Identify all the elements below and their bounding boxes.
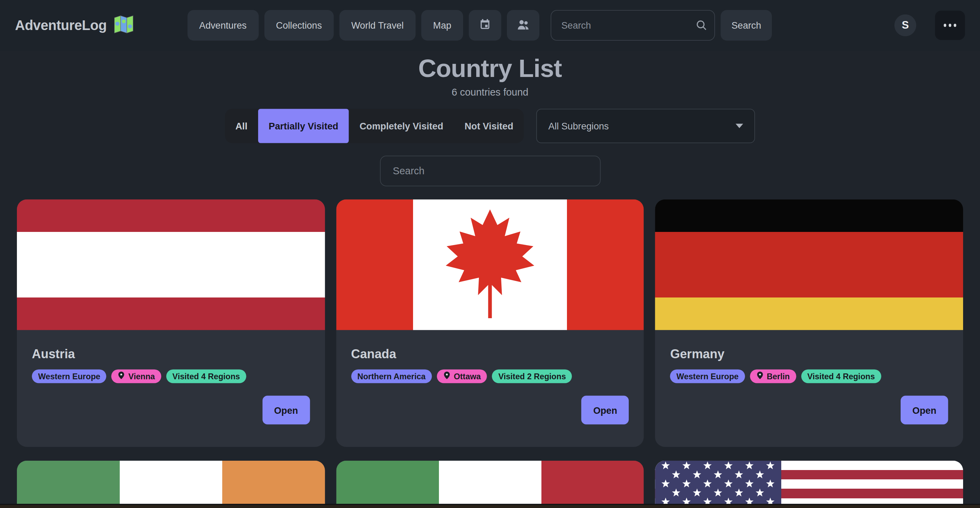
- usa-canton: [655, 461, 781, 508]
- flag-austria: [17, 199, 325, 330]
- country-card-austria: Austria Western Europe Vienna Visited 4 …: [17, 199, 325, 447]
- calendar-icon: [478, 18, 492, 33]
- country-grid: Austria Western Europe Vienna Visited 4 …: [0, 199, 980, 447]
- avatar[interactable]: S: [894, 14, 916, 36]
- navbar: AdventureLog Adventures Collections Worl…: [0, 0, 980, 51]
- country-name: Austria: [32, 347, 310, 361]
- subregion-select-value: All Subregions: [548, 121, 609, 132]
- filter-bar: All Partially Visited Completely Visited…: [0, 109, 980, 143]
- app-window: AdventureLog Adventures Collections Worl…: [0, 0, 980, 508]
- country-search-row: [0, 156, 980, 186]
- flag-ireland: [17, 461, 325, 508]
- nav-item-world-travel[interactable]: World Travel: [339, 10, 415, 41]
- brand[interactable]: AdventureLog: [15, 15, 134, 36]
- page-header: Country List 6 countries found: [0, 54, 980, 98]
- country-card-canada: Canada Northern America Ottawa Visited 2…: [336, 199, 644, 447]
- chevron-down-icon: [736, 124, 743, 128]
- capital-badge: Berlin: [750, 369, 796, 383]
- country-card-germany: Germany Western Europe Berlin Visited 4 …: [655, 199, 963, 447]
- pin-icon: [443, 371, 451, 381]
- country-name: Canada: [351, 347, 629, 361]
- calendar-button[interactable]: [469, 10, 501, 41]
- capital-badge: Vienna: [111, 369, 161, 383]
- visited-badge: Visited 2 Regions: [492, 369, 572, 383]
- country-card-italy: [336, 461, 644, 508]
- flag-usa: [655, 461, 963, 508]
- open-button[interactable]: Open: [900, 396, 948, 425]
- maple-leaf-icon: [444, 207, 536, 322]
- nav-item-collections[interactable]: Collections: [264, 10, 334, 41]
- more-options-button[interactable]: [935, 11, 965, 40]
- open-button[interactable]: Open: [581, 396, 629, 425]
- nav-search-input[interactable]: [551, 10, 715, 41]
- nav-search-wrap: [551, 10, 715, 41]
- tab-partially-visited[interactable]: Partially Visited: [258, 109, 349, 143]
- visited-badge: Visited 4 Regions: [801, 369, 881, 383]
- visited-filter-tabs: All Partially Visited Completely Visited…: [224, 109, 524, 143]
- results-count: 6 countries found: [0, 87, 980, 98]
- nav-menu: Adventures Collections World Travel Map: [188, 10, 772, 41]
- users-button[interactable]: [507, 10, 539, 41]
- country-search-input[interactable]: [380, 156, 600, 186]
- flag-italy: [336, 461, 644, 508]
- map-logo-icon: [113, 15, 134, 36]
- region-badge: Western Europe: [670, 369, 745, 383]
- country-grid-row2: [0, 461, 980, 508]
- country-card-ireland: [17, 461, 325, 508]
- flag-canada: [336, 199, 644, 330]
- users-icon: [516, 18, 530, 33]
- country-name: Germany: [670, 347, 948, 361]
- pin-icon: [118, 371, 125, 381]
- country-card-usa: [655, 461, 963, 508]
- tab-all[interactable]: All: [224, 109, 258, 143]
- nav-item-map[interactable]: Map: [421, 10, 463, 41]
- page-title: Country List: [0, 54, 980, 83]
- ellipsis-icon: [943, 24, 946, 27]
- nav-search-button[interactable]: Search: [721, 10, 772, 41]
- tab-completely-visited[interactable]: Completely Visited: [349, 109, 454, 143]
- capital-badge: Ottawa: [437, 369, 487, 383]
- subregion-select[interactable]: All Subregions: [536, 109, 756, 143]
- nav-item-adventures[interactable]: Adventures: [188, 10, 258, 41]
- window-bottom-edge: [0, 504, 980, 508]
- region-badge: Northern America: [351, 369, 432, 383]
- region-badge: Western Europe: [32, 369, 106, 383]
- pin-icon: [756, 371, 764, 381]
- brand-name: AdventureLog: [15, 17, 107, 33]
- tab-not-visited[interactable]: Not Visited: [454, 109, 524, 143]
- open-button[interactable]: Open: [262, 396, 310, 425]
- visited-badge: Visited 4 Regions: [166, 369, 247, 383]
- flag-germany: [655, 199, 963, 330]
